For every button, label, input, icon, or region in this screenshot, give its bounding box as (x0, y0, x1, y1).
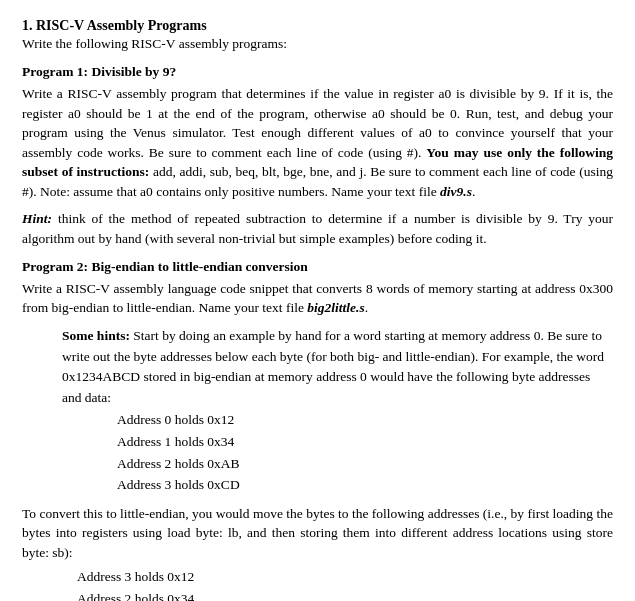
big-addr-0: Address 0 holds 0x12 (117, 409, 613, 431)
little-addr-0: Address 3 holds 0x12 (77, 566, 613, 588)
intro-text: Write the following RISC-V assembly prog… (22, 36, 613, 52)
big-endian-addresses: Address 0 holds 0x12 Address 1 holds 0x3… (117, 409, 613, 495)
program2-body: Write a RISC-V assembly language code sn… (22, 279, 613, 318)
program1-title: Program 1: Divisible by 9? (22, 64, 613, 80)
program2-hints-block: Some hints: Start by doing an example by… (62, 326, 613, 496)
program1-filename: div9.s (440, 184, 472, 199)
program1-body: Write a RISC-V assembly program that det… (22, 84, 613, 201)
little-addr-1: Address 2 holds 0x34 (77, 588, 613, 601)
hint-text-content: think of the method of repeated subtract… (22, 211, 613, 246)
big-addr-3: Address 3 holds 0xCD (117, 474, 613, 496)
program2-title: Program 2: Big-endian to little-endian c… (22, 259, 613, 275)
hints-label-bold: Some hints: (62, 328, 130, 343)
hints-label: Some hints: (62, 328, 130, 343)
program2-filename: big2little.s (307, 300, 364, 315)
program1-hint: Hint: think of the method of repeated su… (22, 209, 613, 248)
little-endian-addresses: Address 3 holds 0x12 Address 2 holds 0x3… (77, 566, 613, 601)
convert-para: To convert this to little-endian, you wo… (22, 504, 613, 563)
hints-text-content: Start by doing an example by hand for a … (62, 328, 604, 406)
big-addr-1: Address 1 holds 0x34 (117, 431, 613, 453)
big-addr-2: Address 2 holds 0xAB (117, 453, 613, 475)
hint-label: Hint: (22, 211, 52, 226)
main-title: 1. RISC-V Assembly Programs (22, 18, 613, 34)
